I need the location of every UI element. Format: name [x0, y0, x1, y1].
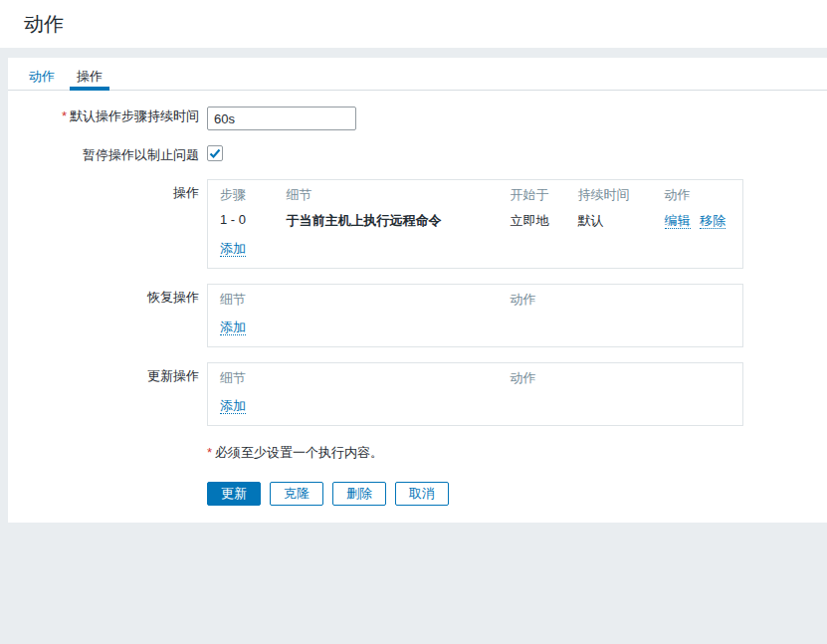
form-row-operations: 操作 步骤 细节 开始于 持续时间 动作 1 - 0 于当前主机上执行远程命令 — [8, 179, 827, 269]
operations-label: 操作 — [8, 179, 199, 202]
recovery-header-row: 细节 动作 — [208, 285, 743, 314]
pause-checkbox[interactable] — [207, 145, 223, 161]
update-add-link[interactable]: 添加 — [220, 398, 246, 414]
pause-label: 暂停操作以制止问题 — [8, 145, 199, 164]
recovery-add-row: 添加 — [208, 313, 743, 347]
tab-action-label: 动作 — [29, 69, 55, 84]
delete-button[interactable]: 删除 — [332, 482, 386, 506]
col-steps: 步骤 — [208, 180, 275, 209]
col-start-in: 开始于 — [499, 180, 566, 209]
operation-start-in: 立即地 — [499, 208, 566, 234]
required-asterisk: * — [62, 108, 67, 123]
operation-details: 于当前主机上执行远程命令 — [275, 208, 499, 234]
recovery-label: 恢复操作 — [8, 284, 199, 307]
operations-add-row: 添加 — [208, 234, 743, 269]
update-table: 细节 动作 添加 — [207, 362, 743, 426]
page-title: 动作 — [24, 11, 64, 38]
col-details: 细节 — [275, 180, 499, 209]
operations-table: 步骤 细节 开始于 持续时间 动作 1 - 0 于当前主机上执行远程命令 立即地… — [207, 179, 743, 269]
form-row-pause: 暂停操作以制止问题 — [8, 145, 827, 164]
col-duration: 持续时间 — [566, 180, 653, 209]
col-action: 动作 — [499, 285, 743, 314]
note-asterisk: * — [207, 445, 212, 460]
form-row-duration: *默认操作步骤持续时间 — [8, 107, 827, 130]
tab-operations[interactable]: 操作 — [70, 58, 109, 90]
operations-header-row: 步骤 细节 开始于 持续时间 动作 — [208, 180, 743, 209]
update-header-row: 细节 动作 — [208, 363, 743, 392]
tab-bar: 动作 操作 — [8, 58, 827, 91]
col-action: 动作 — [499, 363, 743, 392]
remove-link[interactable]: 移除 — [700, 213, 725, 229]
operations-row: 1 - 0 于当前主机上执行远程命令 立即地 默认 编辑 移除 — [208, 208, 743, 234]
edit-link[interactable]: 编辑 — [665, 213, 691, 229]
form-row-note: *必须至少设置一个执行内容。 — [8, 441, 827, 462]
required-note: *必须至少设置一个执行内容。 — [207, 441, 827, 462]
operation-actions: 编辑 移除 — [653, 208, 743, 234]
tab-action[interactable]: 动作 — [22, 58, 62, 90]
col-action: 动作 — [653, 180, 743, 209]
page-header: 动作 — [0, 0, 827, 48]
checkmark-icon — [209, 147, 221, 159]
form-row-update: 更新操作 细节 动作 添加 — [8, 362, 827, 426]
col-details: 细节 — [208, 363, 499, 392]
update-add-row: 添加 — [208, 391, 743, 426]
update-label: 更新操作 — [8, 362, 199, 385]
recovery-add-link[interactable]: 添加 — [220, 320, 246, 335]
form-row-recovery: 恢复操作 细节 动作 添加 — [8, 284, 827, 347]
duration-label: *默认操作步骤持续时间 — [8, 107, 199, 125]
update-button[interactable]: 更新 — [207, 482, 261, 506]
operations-form: *默认操作步骤持续时间 暂停操作以制止问题 操作 — [8, 91, 827, 506]
recovery-table: 细节 动作 添加 — [207, 284, 743, 347]
duration-input[interactable] — [207, 107, 356, 130]
form-row-buttons: 更新 克隆 删除 取消 — [8, 462, 827, 506]
col-details: 细节 — [208, 285, 499, 314]
tab-operations-label: 操作 — [77, 69, 103, 84]
operation-duration: 默认 — [566, 208, 653, 234]
operations-add-link[interactable]: 添加 — [220, 241, 246, 257]
clone-button[interactable]: 克隆 — [270, 482, 323, 506]
content-panel: 动作 操作 *默认操作步骤持续时间 暂停操作以制止问题 — [8, 58, 827, 523]
operation-steps: 1 - 0 — [208, 208, 275, 234]
cancel-button[interactable]: 取消 — [395, 482, 449, 506]
